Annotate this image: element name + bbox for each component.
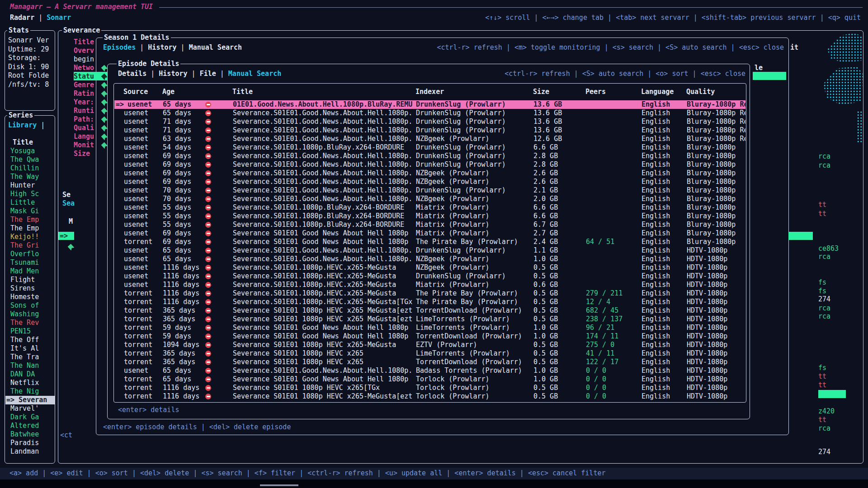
- series-item[interactable]: High Sc: [10, 190, 55, 198]
- series-item[interactable]: => Severan: [5, 396, 55, 404]
- release-row[interactable]: usenet65 daysSeverance.S01E01.Good.News.…: [114, 366, 745, 375]
- release-indexer: NZBgeek (Prowlarr): [416, 169, 530, 178]
- series-item[interactable]: The Way: [10, 173, 55, 181]
- release-row[interactable]: torrent65 daysSeverance S01E01 Good News…: [114, 375, 745, 384]
- release-row[interactable]: usenet70 daysSeverance.S01E01.Good.News.…: [114, 186, 745, 195]
- app-root: Managarr — A Servarr management TUI Rada…: [0, 0, 868, 488]
- servarr-tab-sonarr[interactable]: Sonarr: [47, 14, 71, 22]
- release-title: Severance S01E01 1080p HEVC x265-MeGusta…: [233, 392, 414, 401]
- release-row[interactable]: torrent69 daysSeverance S01E01 Good News…: [114, 238, 745, 246]
- release-row[interactable]: usenet55 daysSeverance.S01E01.1080p.BluR…: [114, 221, 745, 229]
- release-title: Severance.S01E01.Good.News.About.Hell.10…: [233, 135, 414, 143]
- series-item[interactable]: Netflix: [10, 379, 55, 387]
- release-source: usenet: [124, 281, 161, 289]
- clipped-text-fragment: Se: [62, 191, 71, 199]
- release-language: English: [642, 117, 685, 126]
- series-item[interactable]: The Emp: [10, 216, 55, 224]
- series-item[interactable]: The Emp: [10, 224, 55, 233]
- release-age: 69 days: [163, 238, 204, 246]
- release-row[interactable]: torrent1116 daysSeverance.S01E01.1080p.H…: [114, 298, 745, 306]
- release-row[interactable]: usenet63 daysSeverance.S01E01.Good.News.…: [114, 135, 745, 143]
- release-row[interactable]: usenet71 daysSeverance.S01E01.Good.News.…: [114, 117, 745, 126]
- episode-tab-file[interactable]: File: [200, 70, 216, 78]
- episode-tab-history[interactable]: History: [159, 70, 187, 78]
- release-row[interactable]: usenet65 daysSeverance.S01E01.Good.News.…: [114, 109, 745, 117]
- series-item[interactable]: Landman: [10, 447, 55, 456]
- release-row[interactable]: usenet69 daysSeverance.S01E01.Good.News.…: [114, 160, 745, 169]
- series-item[interactable]: Mad Men: [10, 267, 55, 276]
- season-tab-episodes[interactable]: Episodes: [103, 43, 136, 52]
- release-row[interactable]: usenet1116 daysSeverance.S01E01.1080p.HE…: [114, 281, 745, 289]
- release-row[interactable]: torrent365 daysSeverance S01E01 1080p HE…: [114, 358, 745, 366]
- release-row[interactable]: usenet54 daysSeverance.S01E01.1080p.BluR…: [114, 143, 745, 152]
- release-row[interactable]: usenet69 daysSeverance.S01E01.Good.News.…: [114, 152, 745, 160]
- series-item[interactable]: Mask Gi: [10, 207, 55, 216]
- series-item[interactable]: Tsunami: [10, 258, 55, 267]
- release-indexer: The Pirate Bay (Prowlarr): [416, 289, 530, 298]
- series-item[interactable]: Overflo: [10, 250, 55, 258]
- series-item[interactable]: The Off: [10, 336, 55, 344]
- series-item[interactable]: It's Al: [10, 344, 55, 353]
- release-row[interactable]: torrent1094 daysSeverance S01E01 1080p H…: [114, 341, 745, 349]
- series-item[interactable]: Marvel': [10, 404, 55, 413]
- series-item[interactable]: Altered: [10, 422, 55, 430]
- release-row[interactable]: usenet65 daysSeverance.S01E01.Good.News.…: [114, 246, 745, 255]
- series-item[interactable]: The Rev: [10, 319, 55, 327]
- release-row[interactable]: usenet69 daysSeverance.S01E01.Good.News.…: [114, 169, 745, 178]
- season-tab-history[interactable]: History: [148, 43, 176, 52]
- series-item[interactable]: DAN DA: [10, 370, 55, 379]
- series-item[interactable]: Batwhee: [10, 430, 55, 439]
- series-item[interactable]: Hunter: [10, 181, 55, 190]
- rejected-icon: [205, 127, 211, 133]
- release-title: 01E01.Good.News.About.Hell.1080p.BluRay.…: [233, 100, 414, 109]
- release-row[interactable]: usenet1116 daysSeverance.S01E01.1080p.HE…: [114, 272, 745, 281]
- series-item[interactable]: Keijo!!: [10, 233, 55, 241]
- series-item[interactable]: Washing: [10, 310, 55, 319]
- series-item[interactable]: The Gri: [10, 241, 55, 250]
- series-item[interactable]: Yosuga: [10, 147, 55, 155]
- season-tab-manual-search[interactable]: Manual Search: [189, 43, 242, 52]
- release-row[interactable]: usenet65 daysSeverance.S01E01.Good.News.…: [114, 255, 745, 263]
- release-row[interactable]: torrent1116 daysSeverance S01E01 1080p H…: [114, 384, 745, 392]
- episode-tab-details[interactable]: Details: [118, 70, 146, 78]
- release-row[interactable]: usenet1116 daysSeverance.S01E01.1080p.HE…: [114, 263, 745, 272]
- series-item[interactable]: Sirens: [10, 284, 55, 293]
- release-row[interactable]: torrent1116 daysSeverance S01E01 1080p H…: [114, 392, 745, 401]
- release-row[interactable]: usenet71 daysSeverance.S01E01.Good.News.…: [114, 126, 745, 135]
- release-row[interactable]: usenet55 daysSeverance.S01E01.1080p.BluR…: [114, 203, 745, 212]
- release-row[interactable]: torrent59 daysSeverance S01E01 Good News…: [114, 324, 745, 332]
- release-row[interactable]: usenet69 daysSeverance S01E01 Good News …: [114, 229, 745, 238]
- release-row[interactable]: torrent365 daysSeverance S01E01 1080p HE…: [114, 349, 745, 358]
- series-item[interactable]: The Nan: [10, 361, 55, 370]
- servarr-tab-radarr[interactable]: Radarr: [10, 14, 34, 22]
- series-item[interactable]: Little: [10, 198, 55, 207]
- release-row[interactable]: torrent1116 daysSeverance.S01E01.1080p.H…: [114, 289, 745, 298]
- series-item[interactable]: Chillin: [10, 164, 55, 173]
- release-language: English: [642, 126, 685, 135]
- release-age: 65 days: [163, 109, 204, 117]
- release-row[interactable]: usenet70 daysSeverance.S01E01.Good.News.…: [114, 195, 745, 203]
- release-row[interactable]: torrent365 daysSeverance S01E01 1080p HE…: [114, 306, 745, 315]
- series-item[interactable]: Dark Ga: [10, 413, 55, 422]
- release-language: English: [642, 109, 685, 117]
- release-row[interactable]: usenet55 daysSeverance.S01E01.1080p.BluR…: [114, 212, 745, 221]
- series-item[interactable]: The Tra: [10, 353, 55, 361]
- app-title: Managarr — A Servarr management TUI: [10, 3, 153, 11]
- clipped-text-fragment: tt: [818, 381, 826, 389]
- series-item[interactable]: PEN15: [10, 327, 55, 336]
- release-row[interactable]: torrent59 daysSeverance S01E01 Good News…: [114, 332, 745, 341]
- release-size: 0.6 GB: [533, 281, 581, 289]
- stats-line: Sonarr Ver: [8, 36, 53, 45]
- release-row[interactable]: torrent365 daysSeverance S01E01 1080p HE…: [114, 315, 745, 324]
- series-item[interactable]: The Qwa: [10, 155, 55, 164]
- release-row[interactable]: usenet69 daysSeverance.S01E01.Good.News.…: [114, 178, 745, 186]
- episode-tab-manual-search[interactable]: Manual Search: [228, 70, 281, 78]
- series-item[interactable]: Flight: [10, 276, 55, 284]
- series-item[interactable]: The Nig: [10, 387, 55, 396]
- series-item[interactable]: Homeste: [10, 293, 55, 301]
- series-item[interactable]: Paradis: [10, 439, 55, 447]
- rejected-icon: [205, 196, 211, 202]
- release-size: 2.6 GB: [533, 178, 581, 186]
- release-row[interactable]: =>usenet65 days01E01.Good.News.About.Hel…: [114, 100, 745, 109]
- series-item[interactable]: Sons of: [10, 301, 55, 310]
